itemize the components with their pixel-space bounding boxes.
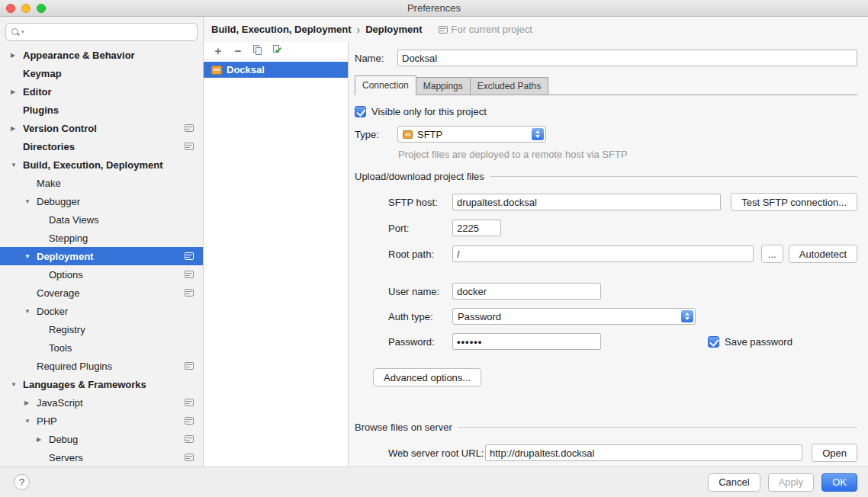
- breadcrumb-build-execution-deployment[interactable]: Build, Execution, Deployment: [211, 24, 351, 35]
- duplicate-server-icon[interactable]: [252, 45, 263, 56]
- visible-only-checkbox[interactable]: [355, 106, 366, 117]
- sidebar-item-data-views[interactable]: Data Views: [0, 210, 203, 229]
- type-dropdown[interactable]: SFTP: [397, 126, 546, 143]
- user-name-label: User name:: [388, 286, 452, 297]
- expand-arrow-icon[interactable]: ▶: [37, 436, 49, 443]
- separator-line: [458, 427, 857, 428]
- sidebar-item-debugger[interactable]: ▼Debugger: [0, 192, 203, 210]
- server-item-docksal[interactable]: Docksal: [204, 62, 348, 78]
- breadcrumb-deployment[interactable]: Deployment: [365, 24, 422, 35]
- sidebar-item-stepping[interactable]: Stepping: [0, 229, 203, 247]
- sidebar-item-appearance-behavior[interactable]: ▶Appearance & Behavior: [0, 46, 203, 64]
- close-window-button[interactable]: [6, 4, 15, 13]
- add-server-icon[interactable]: +: [213, 45, 223, 56]
- sidebar-item-plugins[interactable]: Plugins: [0, 101, 203, 119]
- per-project-settings-icon: [185, 454, 194, 461]
- sidebar-item-tools[interactable]: Tools: [0, 338, 203, 357]
- collapse-arrow-icon[interactable]: ▼: [11, 162, 23, 168]
- sidebar-item-javascript[interactable]: ▶JavaScript: [0, 393, 203, 412]
- apply-button[interactable]: Apply: [768, 473, 815, 492]
- root-path-input[interactable]: [452, 245, 754, 262]
- port-input[interactable]: [452, 220, 501, 236]
- breadcrumb: Build, Execution, Deployment › Deploymen…: [204, 17, 868, 42]
- collapse-arrow-icon[interactable]: ▼: [11, 381, 23, 388]
- per-project-settings-icon: [185, 362, 194, 370]
- settings-sidebar: ▾ ▶Appearance & BehaviorKeymap▶EditorPlu…: [0, 17, 204, 467]
- sidebar-item-docker[interactable]: ▼Docker: [0, 302, 203, 320]
- sidebar-item-required-plugins[interactable]: Required Plugins: [0, 357, 203, 375]
- advanced-options-button[interactable]: Advanced options...: [373, 368, 481, 386]
- per-project-settings-icon: [185, 271, 194, 278]
- zoom-window-button[interactable]: [37, 4, 46, 13]
- expand-arrow-icon[interactable]: ▶: [11, 88, 23, 95]
- open-button[interactable]: Open: [812, 444, 857, 462]
- sidebar-item-php[interactable]: ▼PHP: [0, 412, 203, 430]
- tab-mappings[interactable]: Mappings: [416, 77, 471, 95]
- sidebar-item-coverage[interactable]: Coverage: [0, 284, 203, 302]
- save-password-checkbox[interactable]: [708, 336, 719, 348]
- dropdown-stepper-icon: [681, 310, 693, 322]
- sftp-host-input[interactable]: [452, 194, 721, 210]
- sftp-type-icon: [403, 130, 413, 139]
- name-input[interactable]: [397, 50, 857, 66]
- remove-server-icon[interactable]: −: [233, 45, 243, 56]
- per-project-settings-icon: [185, 289, 194, 297]
- sidebar-item-label: Debug: [49, 434, 78, 445]
- web-server-root-url-input[interactable]: [485, 444, 802, 461]
- port-label: Port:: [388, 223, 452, 234]
- collapse-arrow-icon[interactable]: ▼: [24, 308, 37, 315]
- tab-connection[interactable]: Connection: [355, 75, 416, 95]
- sidebar-item-languages-frameworks[interactable]: ▼Languages & Frameworks: [0, 375, 203, 393]
- tab-excluded-paths[interactable]: Excluded Paths: [471, 77, 548, 95]
- search-options-chevron-icon[interactable]: ▾: [21, 29, 24, 35]
- save-password-label: Save password: [725, 336, 792, 348]
- user-name-input[interactable]: [452, 283, 601, 300]
- test-sftp-connection-button[interactable]: Test SFTP connection...: [731, 193, 857, 211]
- expand-arrow-icon[interactable]: ▶: [24, 399, 37, 406]
- settings-search-input[interactable]: ▾: [5, 23, 198, 41]
- expand-arrow-icon[interactable]: ▶: [11, 125, 23, 132]
- autodetect-button[interactable]: Autodetect: [789, 245, 857, 263]
- collapse-arrow-icon[interactable]: ▼: [24, 418, 37, 425]
- current-project-icon: [439, 26, 448, 34]
- sidebar-item-label: Options: [49, 269, 83, 281]
- sidebar-item-label: Registry: [49, 324, 85, 335]
- collapse-arrow-icon[interactable]: ▼: [24, 198, 37, 205]
- sidebar-item-deployment[interactable]: ▼Deployment: [0, 247, 203, 265]
- sidebar-item-registry[interactable]: Registry: [0, 320, 203, 338]
- web-server-root-url-label: Web server root URL:: [388, 447, 485, 459]
- sidebar-item-make[interactable]: Make: [0, 174, 203, 192]
- sidebar-item-version-control[interactable]: ▶Version Control: [0, 119, 203, 137]
- browse-section-header: Browse files on server: [355, 422, 857, 433]
- sidebar-item-keymap[interactable]: Keymap: [0, 64, 203, 82]
- sidebar-item-debug[interactable]: ▶Debug: [0, 430, 203, 448]
- ok-button[interactable]: OK: [821, 473, 857, 492]
- sidebar-item-build-execution-deployment[interactable]: ▼Build, Execution, Deployment: [0, 156, 203, 174]
- per-project-settings-icon: [185, 252, 194, 260]
- save-password-group: Save password: [708, 336, 792, 348]
- password-input[interactable]: [452, 333, 601, 350]
- type-hint-text: Project files are deployed to a remote h…: [398, 149, 857, 160]
- help-button[interactable]: ?: [14, 474, 30, 490]
- auth-type-dropdown[interactable]: Password: [452, 308, 696, 325]
- minimize-window-button[interactable]: [21, 4, 31, 13]
- traffic-lights: [6, 4, 46, 13]
- expand-arrow-icon[interactable]: ▶: [11, 52, 23, 59]
- browse-root-path-button[interactable]: ...: [761, 245, 783, 263]
- sidebar-item-servers[interactable]: Servers: [0, 448, 203, 467]
- sidebar-item-label: JavaScript: [37, 397, 83, 409]
- auth-type-label: Auth type:: [388, 311, 452, 322]
- tabs-row: ConnectionMappingsExcluded Paths: [355, 75, 857, 95]
- sidebar-item-editor[interactable]: ▶Editor: [0, 82, 203, 101]
- sidebar-item-directories[interactable]: Directories: [0, 137, 203, 156]
- cancel-button[interactable]: Cancel: [708, 473, 760, 492]
- dropdown-stepper-icon: [532, 128, 544, 140]
- sidebar-item-label: Docker: [37, 306, 68, 317]
- collapse-arrow-icon[interactable]: ▼: [24, 253, 37, 260]
- use-as-default-icon[interactable]: [272, 45, 283, 56]
- separator-line: [490, 176, 857, 177]
- server-list-toolbar: + −: [204, 42, 348, 59]
- name-label: Name:: [355, 53, 397, 64]
- per-project-settings-icon: [185, 399, 194, 406]
- sidebar-item-options[interactable]: Options: [0, 265, 203, 284]
